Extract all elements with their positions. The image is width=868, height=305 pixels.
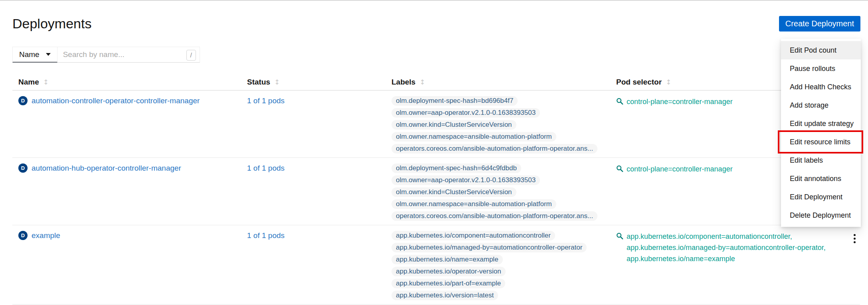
labels-list: olm.deployment-spec-hash=bd696b4f7olm.ow…: [391, 96, 610, 153]
column-header-label: Labels: [391, 78, 415, 87]
search-icon: [616, 98, 623, 107]
column-header-status[interactable]: Status↕: [241, 78, 386, 87]
kebab-dot: [854, 238, 856, 240]
deployments-table: Name↕Status↕Labels↕Pod selector↕ Dautoma…: [12, 78, 860, 305]
labels-cell: olm.deployment-spec-hash=bd696b4f7olm.ow…: [386, 91, 610, 157]
column-header-label: Name: [18, 78, 39, 87]
deployment-actions-menu: Edit Pod countPause rolloutsAdd Health C…: [781, 39, 861, 227]
kebab-dot: [854, 241, 856, 243]
pod-selector: app.kubernetes.io/component=automationco…: [616, 231, 834, 264]
column-header-name[interactable]: Name↕: [12, 78, 241, 87]
kebab-menu-button[interactable]: [852, 232, 857, 245]
search-box: /: [57, 47, 200, 63]
filter-type-label: Name: [19, 50, 40, 59]
deployment-badge-icon: D: [18, 96, 28, 105]
deployment-name-link[interactable]: automation-controller-operator-controlle…: [32, 96, 200, 106]
create-deployment-button[interactable]: Create Deployment: [779, 16, 860, 31]
pod-selector-link[interactable]: app.kubernetes.io/name=example: [627, 253, 826, 264]
pod-selector-lines: control-plane=controller-manager: [627, 96, 733, 107]
menu-item-add-storage[interactable]: Add storage: [781, 96, 861, 114]
menu-item-add-health-checks[interactable]: Add Health Checks: [781, 78, 861, 96]
deployment-name-link[interactable]: automation-hub-operator-controller-manag…: [32, 163, 181, 173]
menu-item-edit-pod-count[interactable]: Edit Pod count: [781, 41, 861, 59]
pod-selector-link[interactable]: app.kubernetes.io/component=automationco…: [627, 231, 826, 242]
column-header-label: Status: [247, 78, 270, 87]
search-icon: [616, 98, 623, 105]
pods-status-link[interactable]: 1 of 1 pods: [247, 164, 285, 172]
search-icon: [616, 232, 623, 240]
deployment-badge-icon: D: [18, 231, 28, 240]
slash-shortcut-badge: /: [186, 50, 196, 61]
table-header-row: Name↕Status↕Labels↕Pod selector↕: [12, 78, 860, 91]
label-pill[interactable]: app.kubernetes.io/operator-version: [391, 267, 506, 276]
pods-status-link[interactable]: 1 of 1 pods: [247, 231, 285, 240]
label-pill[interactable]: app.kubernetes.io/name=example: [391, 255, 503, 264]
label-pill[interactable]: app.kubernetes.io/managed-by=automationc…: [391, 243, 587, 252]
pod-selector-cell: app.kubernetes.io/component=automationco…: [610, 225, 834, 304]
table-row: Dautomation-hub-operator-controller-mana…: [12, 158, 860, 225]
sort-icon: ↕: [419, 78, 425, 86]
pod-selector-link[interactable]: app.kubernetes.io/managed-by=automationc…: [627, 242, 826, 253]
label-pill[interactable]: olm.deployment-spec-hash=bd696b4f7: [391, 96, 518, 106]
labels-list: olm.deployment-spec-hash=6d4c9fdbdbolm.o…: [391, 163, 610, 221]
row-actions-cell: [834, 225, 860, 304]
deployment-name-link[interactable]: example: [32, 231, 60, 240]
filter-toolbar: Name /: [12, 47, 868, 63]
label-pill[interactable]: app.kubernetes.io/version=latest: [391, 291, 498, 300]
search-icon: [616, 165, 623, 172]
labels-cell: app.kubernetes.io/component=automationco…: [386, 225, 610, 304]
search-icon: [616, 165, 623, 175]
label-pill[interactable]: operators.coreos.com/ansible-automation-…: [391, 144, 597, 153]
menu-item-edit-deployment[interactable]: Edit Deployment: [781, 188, 861, 206]
page-title: Deployments: [12, 15, 868, 32]
name-cell: Dexample: [12, 225, 241, 304]
labels-cell: olm.deployment-spec-hash=6d4c9fdbdbolm.o…: [386, 158, 610, 225]
labels-list: app.kubernetes.io/component=automationco…: [391, 231, 610, 300]
label-pill[interactable]: olm.owner.namespace=ansible-automation-p…: [391, 132, 556, 142]
pod-selector-lines: app.kubernetes.io/component=automationco…: [627, 231, 826, 264]
search-icon: [616, 232, 623, 264]
filter-type-dropdown[interactable]: Name: [12, 47, 57, 63]
menu-item-edit-resource-limits[interactable]: Edit resource limits: [781, 133, 861, 151]
name-cell: Dautomation-controller-operator-controll…: [12, 91, 241, 157]
sort-icon: ↕: [666, 78, 671, 86]
column-header-labels[interactable]: Labels↕: [386, 78, 610, 87]
pod-selector-lines: control-plane=controller-manager: [627, 163, 733, 175]
pod-selector-link[interactable]: control-plane=controller-manager: [627, 163, 733, 175]
label-pill[interactable]: olm.owner.kind=ClusterServiceVersion: [391, 187, 516, 197]
search-input[interactable]: [57, 47, 200, 62]
deployment-badge-icon: D: [18, 163, 28, 173]
label-pill[interactable]: app.kubernetes.io/part-of=example: [391, 279, 505, 288]
masthead-divider: [0, 0, 868, 1]
table-body: Dautomation-controller-operator-controll…: [12, 91, 860, 305]
kebab-dot: [854, 234, 856, 236]
label-pill[interactable]: operators.coreos.com/ansible-automation-…: [391, 211, 597, 221]
menu-item-edit-labels[interactable]: Edit labels: [781, 151, 861, 169]
table-row: Dexample1 of 1 podsapp.kubernetes.io/com…: [12, 225, 860, 305]
menu-item-delete-deployment[interactable]: Delete Deployment: [781, 206, 861, 224]
name-cell: Dautomation-hub-operator-controller-mana…: [12, 158, 241, 225]
label-pill[interactable]: olm.owner=aap-operator.v2.1.0-0.16383935…: [391, 108, 540, 118]
label-pill[interactable]: app.kubernetes.io/component=automationco…: [391, 231, 555, 240]
pods-status-link[interactable]: 1 of 1 pods: [247, 96, 285, 105]
status-cell: 1 of 1 pods: [241, 158, 386, 225]
menu-item-edit-update-strategy[interactable]: Edit update strategy: [781, 114, 861, 133]
column-header-label: Pod selector: [616, 78, 662, 87]
menu-item-edit-annotations[interactable]: Edit annotations: [781, 169, 861, 188]
status-cell: 1 of 1 pods: [241, 91, 386, 157]
status-cell: 1 of 1 pods: [241, 225, 386, 304]
sort-icon: ↕: [274, 78, 280, 86]
menu-item-pause-rollouts[interactable]: Pause rollouts: [781, 59, 861, 78]
label-pill[interactable]: olm.deployment-spec-hash=6d4c9fdbdb: [391, 163, 521, 173]
chevron-down-icon: [46, 53, 51, 56]
label-pill[interactable]: olm.owner.namespace=ansible-automation-p…: [391, 199, 556, 209]
sort-icon: ↕: [43, 78, 49, 86]
label-pill[interactable]: olm.owner=aap-operator.v2.1.0-0.16383935…: [391, 175, 540, 185]
pod-selector-link[interactable]: control-plane=controller-manager: [627, 96, 733, 107]
label-pill[interactable]: olm.owner.kind=ClusterServiceVersion: [391, 120, 516, 130]
table-row: Dautomation-controller-operator-controll…: [12, 91, 860, 158]
